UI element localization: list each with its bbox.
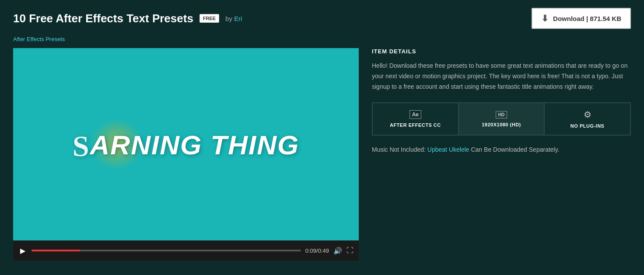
main-content: SARNING THING ▶ 0:09/0:49 🔊 ⛶ ITEM DETAI… xyxy=(0,48,644,269)
fullscreen-icon[interactable]: ⛶ xyxy=(346,247,354,254)
spec-plugins: ⚙ NO PLUG-INS xyxy=(544,103,630,135)
item-details-label: ITEM DETAILS xyxy=(372,48,631,55)
progress-bar[interactable] xyxy=(32,250,301,251)
header: 10 Free After Effects Text Presets FREE … xyxy=(0,0,644,33)
details-section: ITEM DETAILS Hello! Download these free … xyxy=(372,48,631,261)
spec-gear-label: NO PLUG-INS xyxy=(570,123,605,129)
play-button[interactable]: ▶ xyxy=(18,247,27,255)
spec-ae-label: AFTER EFFECTS CC xyxy=(390,122,441,128)
volume-icon[interactable]: 🔊 xyxy=(333,247,342,255)
free-badge: FREE xyxy=(200,14,219,23)
download-button[interactable]: ⬇ Download | 871.54 KB xyxy=(532,8,631,29)
by-author: by Eri xyxy=(225,15,242,22)
header-left: 10 Free After Effects Text Presets FREE … xyxy=(13,12,242,25)
time-display: 0:09/0:49 xyxy=(305,247,329,254)
item-description: Hello! Download these free presets to ha… xyxy=(372,61,631,92)
progress-fill xyxy=(32,250,80,251)
breadcrumb-link[interactable]: After Effects Presets xyxy=(13,36,65,42)
gear-icon: ⚙ xyxy=(584,109,592,120)
music-note: Music Not Included: Upbeat Ukelele Can B… xyxy=(372,146,631,153)
music-link[interactable]: Upbeat Ukelele xyxy=(427,146,469,153)
breadcrumb: After Effects Presets xyxy=(0,33,644,48)
animated-letter: S xyxy=(73,129,90,164)
hd-icon: HD xyxy=(496,111,507,118)
author-link[interactable]: Eri xyxy=(234,15,242,22)
ae-icon: Ae xyxy=(410,110,421,119)
video-controls: ▶ 0:09/0:49 🔊 ⛶ xyxy=(13,240,359,261)
specs-grid: Ae AFTER EFFECTS CC HD 1920X1080 (HD) ⚙ … xyxy=(372,102,631,136)
video-section: SARNING THING ▶ 0:09/0:49 🔊 ⛶ xyxy=(13,48,359,261)
spec-hd-label: 1920X1080 (HD) xyxy=(482,122,521,127)
video-container[interactable]: SARNING THING xyxy=(13,48,359,240)
download-icon: ⬇ xyxy=(541,13,549,24)
spec-resolution: HD 1920X1080 (HD) xyxy=(458,103,545,135)
spec-after-effects: Ae AFTER EFFECTS CC xyxy=(372,103,458,135)
video-display-text: SARNING THING xyxy=(73,127,299,162)
page-title: 10 Free After Effects Text Presets xyxy=(13,12,193,25)
